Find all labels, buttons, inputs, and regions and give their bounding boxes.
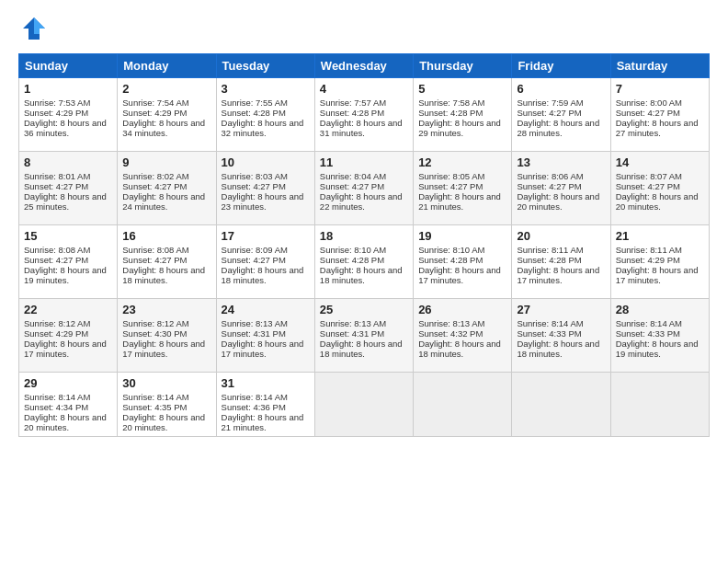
calendar-cell: 28 Sunrise: 8:14 AM Sunset: 4:33 PM Dayl… xyxy=(610,299,709,373)
sunrise-text: Sunrise: 7:53 AM xyxy=(24,98,90,108)
day-number: 25 xyxy=(320,303,408,316)
daylight-text: Daylight: 8 hours and 27 minutes. xyxy=(616,118,699,138)
calendar-week-row: 15 Sunrise: 8:08 AM Sunset: 4:27 PM Dayl… xyxy=(19,225,710,299)
daylight-text: Daylight: 8 hours and 36 minutes. xyxy=(24,118,107,138)
sunrise-text: Sunrise: 8:05 AM xyxy=(418,171,484,181)
calendar-cell xyxy=(414,373,512,437)
daylight-text: Daylight: 8 hours and 17 minutes. xyxy=(24,339,107,359)
day-number: 23 xyxy=(122,303,210,316)
calendar-day-header: Saturday xyxy=(610,54,709,78)
sunset-text: Sunset: 4:29 PM xyxy=(122,108,187,118)
daylight-text: Daylight: 8 hours and 20 minutes. xyxy=(122,412,205,432)
sunrise-text: Sunrise: 7:55 AM xyxy=(222,98,288,108)
calendar-cell: 30 Sunrise: 8:14 AM Sunset: 4:35 PM Dayl… xyxy=(118,373,216,437)
daylight-text: Daylight: 8 hours and 23 minutes. xyxy=(222,191,304,212)
daylight-text: Daylight: 8 hours and 29 minutes. xyxy=(418,118,501,138)
sunrise-text: Sunrise: 8:04 AM xyxy=(320,171,386,181)
calendar-cell: 4 Sunrise: 7:57 AM Sunset: 4:28 PM Dayli… xyxy=(314,78,413,152)
day-number: 19 xyxy=(418,229,506,243)
calendar-day-header: Thursday xyxy=(414,54,512,78)
calendar-cell: 31 Sunrise: 8:14 AM Sunset: 4:36 PM Dayl… xyxy=(216,373,314,437)
day-number: 16 xyxy=(122,229,210,243)
sunrise-text: Sunrise: 8:12 AM xyxy=(24,318,90,328)
calendar-day-header: Monday xyxy=(118,54,216,78)
sunset-text: Sunset: 4:27 PM xyxy=(616,181,680,191)
daylight-text: Daylight: 8 hours and 18 minutes. xyxy=(418,339,501,359)
calendar-cell: 20 Sunrise: 8:11 AM Sunset: 4:28 PM Dayl… xyxy=(512,225,610,299)
sunrise-text: Sunrise: 8:07 AM xyxy=(616,171,682,181)
calendar: SundayMondayTuesdayWednesdayThursdayFrid… xyxy=(18,53,710,437)
day-number: 2 xyxy=(122,82,210,96)
daylight-text: Daylight: 8 hours and 20 minutes. xyxy=(24,412,107,432)
calendar-cell: 19 Sunrise: 8:10 AM Sunset: 4:28 PM Dayl… xyxy=(414,225,512,299)
sunset-text: Sunset: 4:31 PM xyxy=(320,328,384,339)
sunset-text: Sunset: 4:34 PM xyxy=(24,402,88,412)
daylight-text: Daylight: 8 hours and 18 minutes. xyxy=(517,339,599,359)
sunset-text: Sunset: 4:27 PM xyxy=(24,255,88,265)
calendar-cell: 6 Sunrise: 7:59 AM Sunset: 4:27 PM Dayli… xyxy=(512,78,610,152)
daylight-text: Daylight: 8 hours and 31 minutes. xyxy=(320,118,403,138)
day-number: 30 xyxy=(122,376,210,390)
day-number: 24 xyxy=(222,303,310,316)
day-number: 17 xyxy=(222,229,310,243)
calendar-cell: 17 Sunrise: 8:09 AM Sunset: 4:27 PM Dayl… xyxy=(216,225,314,299)
calendar-cell: 27 Sunrise: 8:14 AM Sunset: 4:33 PM Dayl… xyxy=(512,299,610,373)
day-number: 26 xyxy=(418,303,506,316)
calendar-week-row: 22 Sunrise: 8:12 AM Sunset: 4:29 PM Dayl… xyxy=(19,299,710,373)
calendar-cell: 10 Sunrise: 8:03 AM Sunset: 4:27 PM Dayl… xyxy=(216,152,314,225)
sunset-text: Sunset: 4:27 PM xyxy=(616,108,680,118)
sunset-text: Sunset: 4:27 PM xyxy=(517,181,581,191)
sunrise-text: Sunrise: 8:10 AM xyxy=(320,245,386,255)
day-number: 27 xyxy=(517,303,605,316)
sunset-text: Sunset: 4:28 PM xyxy=(222,108,286,118)
calendar-week-row: 8 Sunrise: 8:01 AM Sunset: 4:27 PM Dayli… xyxy=(19,152,710,225)
daylight-text: Daylight: 8 hours and 32 minutes. xyxy=(222,118,304,138)
sunset-text: Sunset: 4:30 PM xyxy=(122,328,187,339)
page: SundayMondayTuesdayWednesdayThursdayFrid… xyxy=(0,0,728,446)
sunset-text: Sunset: 4:28 PM xyxy=(320,108,384,118)
calendar-cell: 23 Sunrise: 8:12 AM Sunset: 4:30 PM Dayl… xyxy=(118,299,216,373)
calendar-cell: 12 Sunrise: 8:05 AM Sunset: 4:27 PM Dayl… xyxy=(414,152,512,225)
sunrise-text: Sunrise: 8:08 AM xyxy=(24,245,90,255)
sunrise-text: Sunrise: 8:06 AM xyxy=(517,171,583,181)
day-number: 6 xyxy=(517,82,605,96)
sunset-text: Sunset: 4:33 PM xyxy=(616,328,680,339)
sunset-text: Sunset: 4:28 PM xyxy=(418,108,483,118)
sunset-text: Sunset: 4:27 PM xyxy=(517,108,581,118)
sunrise-text: Sunrise: 8:14 AM xyxy=(517,318,583,328)
day-number: 14 xyxy=(616,155,704,169)
sunset-text: Sunset: 4:27 PM xyxy=(418,181,483,191)
daylight-text: Daylight: 8 hours and 21 minutes. xyxy=(222,412,304,432)
sunrise-text: Sunrise: 8:10 AM xyxy=(418,245,484,255)
calendar-cell xyxy=(610,373,709,437)
calendar-cell: 14 Sunrise: 8:07 AM Sunset: 4:27 PM Dayl… xyxy=(610,152,709,225)
day-number: 10 xyxy=(222,155,310,169)
day-number: 8 xyxy=(24,155,112,169)
day-number: 22 xyxy=(24,303,112,316)
daylight-text: Daylight: 8 hours and 17 minutes. xyxy=(222,339,304,359)
sunset-text: Sunset: 4:28 PM xyxy=(418,255,483,265)
daylight-text: Daylight: 8 hours and 24 minutes. xyxy=(122,191,205,212)
day-number: 12 xyxy=(418,155,506,169)
daylight-text: Daylight: 8 hours and 20 minutes. xyxy=(616,191,699,212)
sunrise-text: Sunrise: 8:03 AM xyxy=(222,171,288,181)
day-number: 29 xyxy=(24,376,112,390)
calendar-day-header: Tuesday xyxy=(216,54,314,78)
sunrise-text: Sunrise: 8:14 AM xyxy=(222,392,288,402)
day-number: 15 xyxy=(24,229,112,243)
sunrise-text: Sunrise: 8:14 AM xyxy=(122,392,188,402)
daylight-text: Daylight: 8 hours and 28 minutes. xyxy=(517,118,599,138)
daylight-text: Daylight: 8 hours and 22 minutes. xyxy=(320,191,403,212)
sunrise-text: Sunrise: 8:13 AM xyxy=(418,318,484,328)
calendar-cell: 18 Sunrise: 8:10 AM Sunset: 4:28 PM Dayl… xyxy=(314,225,413,299)
calendar-day-header: Friday xyxy=(512,54,610,78)
calendar-cell: 9 Sunrise: 8:02 AM Sunset: 4:27 PM Dayli… xyxy=(118,152,216,225)
day-number: 7 xyxy=(616,82,704,96)
calendar-cell: 24 Sunrise: 8:13 AM Sunset: 4:31 PM Dayl… xyxy=(216,299,314,373)
calendar-cell: 8 Sunrise: 8:01 AM Sunset: 4:27 PM Dayli… xyxy=(19,152,118,225)
logo xyxy=(18,15,48,46)
daylight-text: Daylight: 8 hours and 25 minutes. xyxy=(24,191,107,212)
calendar-day-header: Sunday xyxy=(19,54,118,78)
sunset-text: Sunset: 4:35 PM xyxy=(122,402,187,412)
daylight-text: Daylight: 8 hours and 18 minutes. xyxy=(320,265,403,285)
